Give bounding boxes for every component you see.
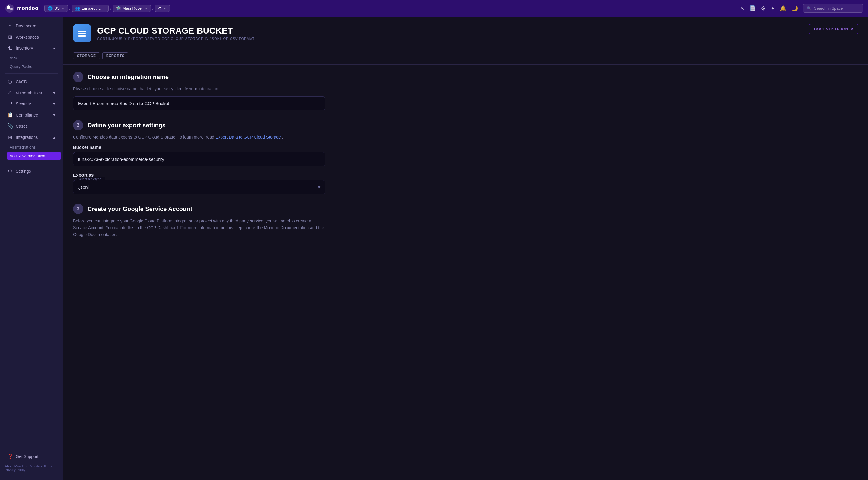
search-icon: 🔍: [807, 6, 812, 10]
search-box[interactable]: 🔍 Search in Space: [803, 4, 863, 13]
chevron-down-icon-2: ▼: [103, 7, 105, 10]
main-content: GCP Cloud Storage Bucket Continuously ex…: [63, 17, 868, 480]
space-icon: 🛸: [116, 6, 121, 10]
step-3-title: Create your Google Service Account: [88, 206, 192, 213]
svg-rect-3: [78, 31, 86, 32]
sidebar-item-compliance[interactable]: 📋 Compliance ▼: [2, 110, 61, 120]
chevron-down-icon-vuln: ▼: [53, 91, 56, 95]
step-1: 1 Choose an integration name Please choo…: [73, 72, 326, 111]
sidebar-label-add-new-integration: Add New Integration: [10, 154, 45, 158]
svg-point-2: [10, 8, 13, 10]
step-1-number: 1: [73, 72, 83, 82]
sidebar-label-workspaces: Workspaces: [16, 35, 39, 39]
svg-point-1: [7, 5, 10, 9]
external-link-icon: ↗: [850, 27, 853, 31]
page-header-left: GCP Cloud Storage Bucket Continuously ex…: [73, 24, 254, 42]
cases-icon: 📎: [7, 123, 13, 129]
export-as-select[interactable]: .jsonl .csv: [73, 180, 326, 194]
sidebar-item-get-support[interactable]: ❓ Get Support: [2, 451, 61, 461]
page-title: GCP Cloud Storage Bucket: [97, 26, 254, 36]
integrations-icon: ⊞: [7, 134, 13, 140]
sidebar-item-integrations[interactable]: ⊞ Integrations ▲: [2, 132, 61, 143]
sidebar-item-all-integrations[interactable]: All Integrations: [7, 143, 61, 151]
sidebar-label-integrations: Integrations: [16, 135, 38, 140]
sidebar-item-add-new-integration[interactable]: Add New Integration: [7, 152, 61, 160]
chevron-down-icon: ▼: [62, 7, 65, 10]
cicd-icon: ⬡: [7, 79, 13, 85]
sidebar-item-security[interactable]: 🛡 Security ▼: [2, 99, 61, 109]
tag-storage: STORAGE: [73, 52, 100, 59]
github-icon[interactable]: ⚙: [761, 5, 766, 12]
nav-region-selector[interactable]: 🌐 US ▼: [44, 4, 68, 12]
step-1-header: 1 Choose an integration name: [73, 72, 326, 82]
slack-icon[interactable]: ✦: [771, 5, 775, 12]
sidebar-label-compliance: Compliance: [16, 113, 38, 117]
breadcrumb-separator-2: ›: [110, 6, 112, 11]
form-content: 1 Choose an integration name Please choo…: [63, 65, 335, 255]
sidebar-label-settings: Settings: [16, 169, 31, 174]
chevron-down-icon-4: ▼: [163, 7, 166, 10]
sidebar-item-querypacks[interactable]: Query Packs: [7, 62, 61, 71]
sidebar-label-vulnerabilities: Vulnerabilities: [16, 91, 42, 95]
svg-rect-5: [78, 35, 86, 36]
workspaces-icon: ⊞: [7, 34, 13, 40]
docs-icon[interactable]: 📄: [749, 5, 756, 12]
sidebar-item-vulnerabilities[interactable]: ⚠ Vulnerabilities ▼: [2, 88, 61, 98]
step-3: 3 Create your Google Service Account Bef…: [73, 204, 326, 238]
nav-right-actions: ☀ 📄 ⚙ ✦ 🔔 🌙 🔍 Search in Space: [740, 4, 863, 13]
sidebar-label-cases: Cases: [16, 124, 28, 129]
mondoo-status-link[interactable]: Mondoo Status: [30, 464, 52, 468]
sidebar-item-cases[interactable]: 📎 Cases: [2, 121, 61, 131]
sidebar-label-dashboard: Dashboard: [16, 24, 36, 28]
sidebar-label-security: Security: [16, 101, 31, 106]
chevron-down-icon-compliance: ▼: [53, 113, 56, 117]
theme-toggle-icon[interactable]: 🌙: [791, 5, 798, 12]
sidebar-item-dashboard[interactable]: ⌂ Dashboard: [2, 21, 61, 31]
breadcrumb-separator-1: ›: [69, 6, 71, 11]
export-as-select-wrapper: Select a filetype... .jsonl .csv ▼: [73, 180, 326, 194]
breadcrumb: 🌐 US ▼ › 👥 Lunalectric ▼ › 🛸 Mars Rover …: [44, 4, 737, 12]
bucket-name-input[interactable]: [73, 152, 326, 166]
sidebar: ⌂ Dashboard ⊞ Workspaces 🏗 Inventory ▲ A…: [0, 17, 63, 480]
sidebar-item-settings[interactable]: ⚙ Settings: [2, 166, 61, 176]
privacy-policy-link[interactable]: Privacy Policy: [5, 468, 25, 472]
sidebar-item-inventory[interactable]: 🏗 Inventory ▲: [2, 43, 61, 53]
sidebar-label-querypacks: Query Packs: [10, 64, 32, 69]
sun-icon[interactable]: ☀: [740, 5, 745, 12]
home-icon: ⌂: [7, 23, 13, 29]
notifications-icon[interactable]: 🔔: [780, 5, 786, 12]
sidebar-label-get-support: Get Support: [16, 454, 39, 459]
svg-rect-4: [78, 33, 86, 34]
sidebar-label-assets: Assets: [10, 56, 22, 60]
documentation-button[interactable]: DOCUMENTATION ↗: [809, 24, 858, 34]
top-navigation: mondoo 🌐 US ▼ › 👥 Lunalectric ▼ › 🛸 Mars…: [0, 0, 868, 17]
gcp-storage-link[interactable]: Export Data to GCP Cloud Storage: [216, 134, 281, 140]
sidebar-item-workspaces[interactable]: ⊞ Workspaces: [2, 32, 61, 42]
about-mondoo-link[interactable]: About Mondoo: [5, 464, 27, 468]
region-label: US: [54, 6, 60, 10]
sidebar-footer: ❓ Get Support About Mondoo Mondoo Status…: [0, 448, 63, 476]
page-subtitle: Continuously export data to GCP Cloud St…: [97, 37, 254, 40]
sidebar-item-cicd[interactable]: ⬡ CI/CD: [2, 77, 61, 87]
export-as-group: Export as Select a filetype... .jsonl .c…: [73, 172, 326, 194]
logo[interactable]: mondoo: [5, 4, 38, 13]
context-label: ⚙: [158, 6, 162, 10]
settings-icon: ⚙: [7, 168, 13, 174]
integration-name-input[interactable]: [73, 96, 326, 111]
nav-space-selector[interactable]: 🛸 Mars Rover ▼: [113, 4, 151, 12]
sidebar-item-assets[interactable]: Assets: [7, 54, 61, 62]
security-icon: 🛡: [7, 101, 13, 107]
step-2-title: Define your export settings: [88, 122, 166, 129]
nav-context-selector[interactable]: ⚙ ▼: [155, 4, 170, 12]
export-as-label: Export as: [73, 172, 326, 178]
step-2-header: 2 Define your export settings: [73, 120, 326, 130]
nav-org-selector[interactable]: 👥 Lunalectric ▼: [72, 4, 109, 12]
sidebar-label-all-integrations: All Integrations: [10, 145, 36, 149]
step-3-header: 3 Create your Google Service Account: [73, 204, 326, 214]
org-icon: 👥: [75, 6, 80, 10]
org-label: Lunalectric: [82, 6, 101, 10]
bucket-name-group: Bucket name: [73, 145, 326, 166]
chevron-up-icon-integrations: ▲: [53, 136, 56, 139]
service-icon: [73, 24, 91, 42]
sidebar-footer-links: About Mondoo Mondoo Status Privacy Polic…: [0, 462, 63, 474]
